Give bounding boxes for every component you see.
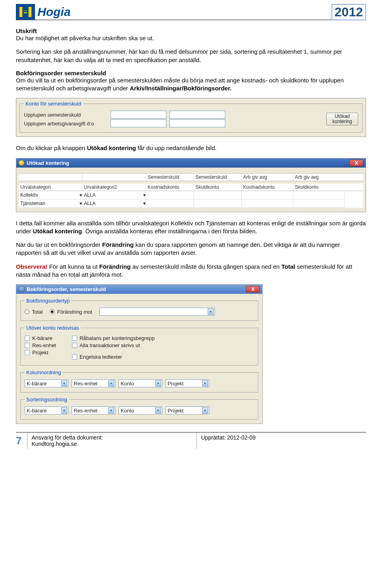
chevron-down-icon: ▾ xyxy=(61,380,67,387)
app-icon xyxy=(19,287,24,292)
page-footer: 7 Ansvarig för detta dokument: Kundtorg.… xyxy=(16,432,366,449)
utokad-kontering-button[interactable]: Utökad kontering xyxy=(326,113,358,125)
utskrift-p1: Du har möjlighet att påverka hur utskrif… xyxy=(16,34,366,42)
chevron-down-icon: ▾ xyxy=(155,407,161,414)
sort-legend: Sorteringsordning xyxy=(25,397,69,402)
utover-legend: Utöver konto redovisas xyxy=(25,325,81,331)
sort-select-3[interactable]: Konto▾ xyxy=(119,406,162,414)
bokforingsorder-dialog: Bokföringsorder, semesterskuld X Bokföri… xyxy=(16,284,263,424)
app-icon xyxy=(19,160,24,166)
logo: H Hogia xyxy=(16,4,70,20)
dialog-title-text: Bokföringsorder, semesterskuld xyxy=(27,286,106,292)
konto-fieldset: Konto för semesterskuld Upplupen semeste… xyxy=(19,101,363,133)
table-row: Tjänsteman▾ ALLA▾ xyxy=(19,199,363,208)
cb-res-row[interactable]: Res-enhet xyxy=(25,342,56,348)
utover-fieldset: Utöver konto redovisas K-bärare Res-enhe… xyxy=(20,325,258,365)
page-number: 7 xyxy=(16,433,27,449)
subhdr-skuld1: Skuldkonto xyxy=(194,184,242,191)
dialog-title-blur xyxy=(72,160,95,166)
hdr-arbgivavg2: Arb giv avg xyxy=(293,174,345,181)
subhdr-skuld2: Skuldkonto xyxy=(293,184,345,191)
hdr-semesterskuld2: Semesterskuld xyxy=(194,174,242,181)
chevron-down-icon: ▾ xyxy=(80,201,82,206)
hdr-semesterskuld1: Semesterskuld xyxy=(146,174,194,181)
kolumn-select-1[interactable]: K-bärare▾ xyxy=(25,379,68,387)
chevron-down-icon: ▾ xyxy=(80,192,82,198)
chevron-down-icon: ▾ xyxy=(155,380,161,387)
table-row: Kollektiv▾ ALLA▾ xyxy=(19,191,363,199)
konto-panel: Konto för semesterskuld Upplupen semeste… xyxy=(16,98,366,137)
radio-icon xyxy=(50,309,55,314)
chevron-down-icon: ▾ xyxy=(208,309,214,315)
forandring-select[interactable]: ▾ xyxy=(99,308,215,316)
chevron-down-icon: ▾ xyxy=(202,407,208,414)
row1-cat-select[interactable]: Kollektiv▾ xyxy=(19,191,82,199)
radio-icon xyxy=(25,309,29,314)
main-content: Utskrift Du har möjlighet att påverka hu… xyxy=(16,27,366,424)
sort-fieldset: Sorteringsordning K-bärare▾ Res-enhet▾ K… xyxy=(20,397,258,420)
cb-projekt-row[interactable]: Projekt xyxy=(25,350,56,356)
chevron-down-icon: ▾ xyxy=(143,192,146,198)
row2-cat2-select[interactable]: ALLA▾ xyxy=(82,199,146,207)
year-box: 2012 xyxy=(331,4,366,20)
cb-eng-row[interactable]: Engelska ledtexter xyxy=(72,354,155,360)
chevron-down-icon: ▾ xyxy=(61,407,67,414)
kolumn-select-4[interactable]: Projekt▾ xyxy=(166,379,209,387)
chevron-down-icon: ▾ xyxy=(202,380,208,387)
subhdr-kostnad2: Kostnadskonto xyxy=(242,184,293,191)
bokf-type-fieldset: Bokföringsordertyp Total Förändring mot … xyxy=(20,298,258,321)
year-text: 2012 xyxy=(335,5,363,19)
dialog-titlebar: Bokföringsorder, semesterskuld X xyxy=(16,285,262,294)
cb-kbarare-row[interactable]: K-bärare xyxy=(25,335,56,341)
utokad-kontering-dialog: Utökad kontering X Semesterskuld Semeste… xyxy=(16,158,366,212)
label-upplupen-arbetsgivaravgift: Upplupen arbetsgivaravgift d:o xyxy=(24,121,107,127)
kolumn-legend: Kolumnordning xyxy=(25,369,62,375)
input-upplupen-semesterskuld-1[interactable] xyxy=(111,111,166,119)
checkbox-icon xyxy=(72,336,77,341)
hdr-arbgivavg1: Arb giv avg xyxy=(242,174,293,181)
checkbox-icon xyxy=(72,343,77,348)
subhdr-kostnad1: Kostnadskonto xyxy=(146,184,194,191)
sort-select-4[interactable]: Projekt▾ xyxy=(166,406,209,414)
checkbox-icon xyxy=(72,354,77,359)
dialog-title-text: Utökad kontering xyxy=(27,160,69,166)
cb-rabalans-row[interactable]: Råbalans per konteringsbegrepp xyxy=(72,335,155,341)
after2-p2: När du tar ut en bokföringsorder Förändr… xyxy=(16,241,366,257)
page-header: H Hogia 2012 xyxy=(16,4,366,20)
checkbox-icon xyxy=(25,336,30,341)
radio-total-row[interactable]: Total xyxy=(25,309,43,315)
subhdr-urvalskategori: Urvalskategori xyxy=(19,184,82,191)
row2-cat-select[interactable]: Tjänsteman▾ xyxy=(19,199,82,207)
after2-p1: I detta fall kommer alla anställda som t… xyxy=(16,219,366,236)
kolumn-select-2[interactable]: Res-enhet▾ xyxy=(72,379,115,387)
utskrift-heading: Utskrift xyxy=(16,27,366,34)
kolumn-select-3[interactable]: Konto▾ xyxy=(119,379,162,387)
cb-alla-row[interactable]: Alla transaktioner skrivs ut xyxy=(72,342,155,348)
logo-icon: H xyxy=(16,4,35,20)
dialog-titlebar: Utökad kontering X xyxy=(16,158,366,168)
logo-text: Hogia xyxy=(37,5,70,19)
chevron-down-icon: ▾ xyxy=(108,380,114,387)
radio-forandring-row[interactable]: Förändring mot xyxy=(50,309,92,315)
input-upplupen-arbetsgivaravgift-1[interactable] xyxy=(111,119,166,127)
checkbox-icon xyxy=(25,350,30,355)
after2-p3: Observera! För att kunna ta ut Förändrin… xyxy=(16,263,366,279)
chevron-down-icon: ▾ xyxy=(143,201,146,206)
table-subheader: Urvalskategori Urvalskategori2 Kostnadsk… xyxy=(19,184,363,191)
subhdr-urvalskategori2: Urvalskategori2 xyxy=(82,184,146,191)
sort-select-2[interactable]: Res-enhet▾ xyxy=(72,406,115,414)
row1-cat2-select[interactable]: ALLA▾ xyxy=(82,191,146,199)
input-upplupen-arbetsgivaravgift-2[interactable] xyxy=(170,119,225,127)
checkbox-icon xyxy=(25,343,30,348)
table-header: Semesterskuld Semesterskuld Arb giv avg … xyxy=(19,173,363,181)
close-button[interactable]: X xyxy=(349,160,363,166)
input-upplupen-semesterskuld-2[interactable] xyxy=(170,111,225,119)
close-button[interactable]: X xyxy=(246,286,260,293)
chevron-down-icon: ▾ xyxy=(108,407,114,414)
radio-total-label: Total xyxy=(32,309,43,315)
kolumn-fieldset: Kolumnordning K-bärare▾ Res-enhet▾ Konto… xyxy=(20,369,258,393)
bokf-type-legend: Bokföringsordertyp xyxy=(25,298,71,304)
bokf-p1: Om du vill ta ut en bokföringsorder på s… xyxy=(16,76,366,93)
footer-right: Upprättat: 2012-02-09 xyxy=(197,433,366,449)
sort-select-1[interactable]: K-bärare▾ xyxy=(25,406,68,414)
